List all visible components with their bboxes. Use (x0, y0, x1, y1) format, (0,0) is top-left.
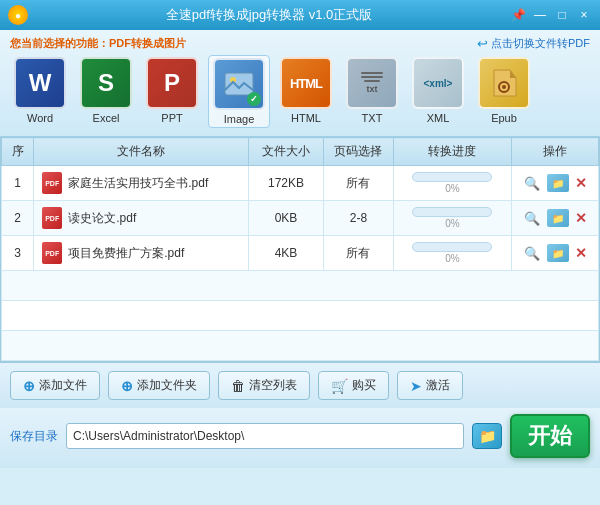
switch-mode-link[interactable]: 点击切换文件转PDF (477, 36, 590, 51)
image-label: Image (224, 113, 255, 125)
html-icon: HTML (280, 57, 332, 109)
view-file-button[interactable]: 🔍 (523, 244, 541, 262)
pdf-file-icon: PDF (42, 172, 62, 194)
pdf-file-icon: PDF (42, 242, 62, 264)
row-actions: 🔍 📁 ✕ (511, 236, 598, 271)
ppt-icon: P (146, 57, 198, 109)
progress-bar-wrap (412, 207, 492, 217)
save-path-area: 保存目录 📁 开始 (0, 408, 600, 468)
activate-icon: ➤ (410, 378, 422, 394)
row-progress: 0% (393, 201, 511, 236)
status-bar: 您当前选择的功能：PDF转换成图片 点击切换文件转PDF (10, 34, 590, 55)
row-size: 172KB (248, 166, 323, 201)
view-file-button[interactable]: 🔍 (523, 209, 541, 227)
app-logo: ● (8, 5, 28, 25)
epub-svg (490, 68, 518, 98)
save-path-input[interactable] (66, 423, 464, 449)
minimize-button[interactable]: — (532, 7, 548, 23)
row-filename: PDF 家庭生活实用技巧全书.pdf (34, 166, 249, 201)
remove-file-button[interactable]: ✕ (575, 245, 587, 261)
file-table: 序 文件名称 文件大小 页码选择 转换进度 操作 1 PDF 家庭生活实用技巧全… (1, 137, 599, 361)
empty-row (2, 331, 599, 361)
table-body: 1 PDF 家庭生活实用技巧全书.pdf 172KB 所有 0% (2, 166, 599, 361)
current-function-label: 您当前选择的功能：PDF转换成图片 (10, 36, 186, 51)
format-icon-xml[interactable]: <xml> XML (408, 55, 468, 128)
buy-label: 购买 (352, 377, 376, 394)
clear-list-button[interactable]: 🗑 清空列表 (218, 371, 310, 400)
buy-button[interactable]: 🛒 购买 (318, 371, 389, 400)
remove-file-button[interactable]: ✕ (575, 210, 587, 226)
row-index: 2 (2, 201, 34, 236)
txt-label: TXT (362, 112, 383, 124)
toolbar-area: 您当前选择的功能：PDF转换成图片 点击切换文件转PDF W Word S Ex… (0, 30, 600, 137)
col-header-pages: 页码选择 (324, 138, 394, 166)
activate-button[interactable]: ➤ 激活 (397, 371, 463, 400)
start-button[interactable]: 开始 (510, 414, 590, 458)
open-folder-button[interactable]: 📁 (547, 209, 569, 227)
progress-bar-wrap (412, 172, 492, 182)
format-icon-ppt[interactable]: P PPT (142, 55, 202, 128)
empty-row (2, 271, 599, 301)
open-folder-button[interactable]: 📁 (547, 244, 569, 262)
col-header-index: 序 (2, 138, 34, 166)
progress-bar-wrap (412, 242, 492, 252)
table-row: 3 PDF 项目免费推广方案.pdf 4KB 所有 0% (2, 236, 599, 271)
row-index: 3 (2, 236, 34, 271)
col-header-progress: 转换进度 (393, 138, 511, 166)
title-bar: ● 全速pdf转换成jpg转换器 v1.0正式版 📌 — □ × (0, 0, 600, 30)
row-actions: 🔍 📁 ✕ (511, 201, 598, 236)
empty-cell (2, 271, 599, 301)
add-file-label: 添加文件 (39, 377, 87, 394)
open-folder-button[interactable]: 📁 (547, 174, 569, 192)
txt-icon: txt (346, 57, 398, 109)
row-progress: 0% (393, 236, 511, 271)
excel-label: Excel (93, 112, 120, 124)
row-pages: 所有 (324, 166, 394, 201)
row-progress: 0% (393, 166, 511, 201)
close-button[interactable]: × (576, 7, 592, 23)
col-header-actions: 操作 (511, 138, 598, 166)
empty-cell (2, 331, 599, 361)
browse-folder-button[interactable]: 📁 (472, 423, 502, 449)
word-label: Word (27, 112, 53, 124)
buy-icon: 🛒 (331, 378, 348, 394)
pin-button[interactable]: 📌 (510, 7, 526, 23)
add-folder-button[interactable]: ⊕ 添加文件夹 (108, 371, 210, 400)
svg-rect-0 (225, 73, 253, 95)
ppt-label: PPT (161, 112, 182, 124)
progress-text: 0% (402, 218, 503, 229)
maximize-button[interactable]: □ (554, 7, 570, 23)
clear-list-label: 清空列表 (249, 377, 297, 394)
add-folder-icon: ⊕ (121, 378, 133, 394)
row-pages: 所有 (324, 236, 394, 271)
col-header-size: 文件大小 (248, 138, 323, 166)
app-title: 全速pdf转换成jpg转换器 v1.0正式版 (28, 6, 510, 24)
table-row: 1 PDF 家庭生活实用技巧全书.pdf 172KB 所有 0% (2, 166, 599, 201)
format-icon-excel[interactable]: S Excel (76, 55, 136, 128)
html-label: HTML (291, 112, 321, 124)
row-index: 1 (2, 166, 34, 201)
active-check-badge: ✓ (247, 92, 261, 106)
action-icons: 🔍 📁 ✕ (520, 174, 590, 192)
format-icon-epub[interactable]: Epub (474, 55, 534, 128)
format-icon-html[interactable]: HTML HTML (276, 55, 336, 128)
excel-icon: S (80, 57, 132, 109)
progress-text: 0% (402, 253, 503, 264)
xml-label: XML (427, 112, 450, 124)
view-file-button[interactable]: 🔍 (523, 174, 541, 192)
epub-label: Epub (491, 112, 517, 124)
file-table-wrapper: 序 文件名称 文件大小 页码选择 转换进度 操作 1 PDF 家庭生活实用技巧全… (0, 137, 600, 362)
row-size: 4KB (248, 236, 323, 271)
activate-label: 激活 (426, 377, 450, 394)
format-icon-image[interactable]: ✓ Image (208, 55, 270, 128)
add-file-icon: ⊕ (23, 378, 35, 394)
table-header: 序 文件名称 文件大小 页码选择 转换进度 操作 (2, 138, 599, 166)
row-actions: 🔍 📁 ✕ (511, 166, 598, 201)
image-icon: ✓ (213, 58, 265, 110)
format-icon-txt[interactable]: txt TXT (342, 55, 402, 128)
epub-icon (478, 57, 530, 109)
remove-file-button[interactable]: ✕ (575, 175, 587, 191)
add-file-button[interactable]: ⊕ 添加文件 (10, 371, 100, 400)
empty-cell (2, 301, 599, 331)
format-icon-word[interactable]: W Word (10, 55, 70, 128)
